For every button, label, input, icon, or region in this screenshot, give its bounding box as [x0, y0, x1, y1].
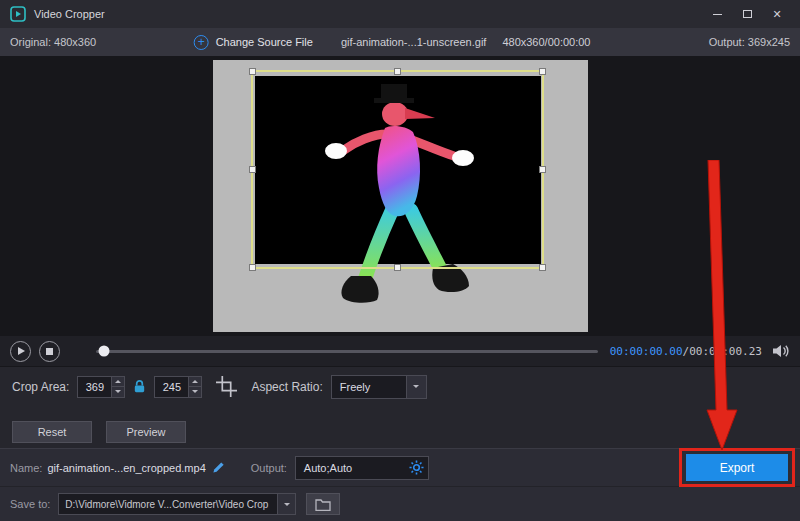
- crop-width-increment-button[interactable]: [112, 377, 124, 387]
- chevron-down-icon: [284, 503, 290, 506]
- crop-height-decrement-button[interactable]: [189, 386, 201, 397]
- timecode: 00:00:00.00/00:00:00.23: [610, 345, 762, 358]
- crop-area-label: Crop Area:: [12, 380, 69, 394]
- titlebar: Video Cropper ✕: [0, 0, 800, 28]
- stop-icon: [46, 348, 53, 355]
- output-format-field[interactable]: Auto;Auto: [295, 456, 429, 480]
- pencil-icon: [212, 461, 225, 474]
- browse-folder-button[interactable]: [306, 493, 340, 515]
- plus-icon: +: [194, 35, 209, 50]
- lock-icon: [132, 379, 147, 394]
- spin-up-icon: [192, 380, 198, 383]
- crop-height-input[interactable]: 245: [154, 376, 202, 398]
- aspect-ratio-dropdown-button[interactable]: [406, 376, 426, 398]
- player-controls: 00:00:00.00/00:00:00.23: [0, 336, 800, 366]
- crop-icon: [216, 376, 237, 397]
- save-location-bar: Save to: D:\Vidmore\Vidmore V...Converte…: [0, 486, 800, 521]
- crop-height-value[interactable]: 245: [155, 377, 188, 397]
- output-format-label: Output:: [251, 462, 287, 474]
- output-settings-button[interactable]: [406, 460, 428, 475]
- maximize-button[interactable]: [734, 4, 760, 24]
- minimize-icon: [713, 14, 722, 15]
- close-button[interactable]: ✕: [764, 4, 790, 24]
- aspect-ratio-value: Freely: [332, 381, 406, 393]
- save-path-dropdown-button[interactable]: [277, 494, 295, 514]
- window-controls: ✕: [704, 4, 790, 24]
- play-button[interactable]: [10, 341, 31, 362]
- export-button[interactable]: Export: [686, 454, 788, 481]
- crop-height-increment-button[interactable]: [189, 377, 201, 387]
- name-label: Name:: [10, 462, 42, 474]
- crop-handle-bottom-left[interactable]: [249, 264, 256, 271]
- video-frame: [213, 60, 588, 332]
- output-file-name: gif-animation-...en_cropped.mp4: [47, 462, 205, 474]
- maximize-icon: [743, 10, 752, 18]
- crop-height-spinner: [188, 377, 201, 397]
- play-icon: [18, 347, 25, 355]
- output-size-label: Output: 369x245: [709, 36, 790, 48]
- preview-stage: [0, 56, 800, 336]
- crop-tool-button[interactable]: [216, 376, 237, 397]
- crop-settings-row: Crop Area: 369 245: [0, 366, 800, 406]
- crop-handle-top-left[interactable]: [249, 68, 256, 75]
- crop-handle-top-right[interactable]: [539, 68, 546, 75]
- crop-width-decrement-button[interactable]: [112, 386, 124, 397]
- preview-button[interactable]: Preview: [106, 421, 186, 443]
- spin-down-icon: [115, 390, 121, 393]
- minimize-button[interactable]: [704, 4, 730, 24]
- source-file-name: gif-animation-...1-unscreen.gif: [341, 36, 487, 48]
- aspect-ratio-select[interactable]: Freely: [331, 375, 427, 399]
- action-row: Reset Preview: [0, 406, 800, 448]
- crop-handle-top-middle[interactable]: [394, 68, 401, 75]
- chevron-down-icon: [413, 385, 419, 388]
- save-to-label: Save to:: [10, 498, 50, 510]
- reset-button[interactable]: Reset: [12, 421, 92, 443]
- crop-handle-bottom-middle[interactable]: [394, 264, 401, 271]
- stop-button[interactable]: [39, 341, 60, 362]
- crop-handle-middle-right[interactable]: [539, 166, 546, 173]
- save-path-value: D:\Vidmore\Vidmore V...Converter\Video C…: [59, 499, 277, 510]
- crop-width-spinner: [111, 377, 124, 397]
- timecode-total: /00:00:00.23: [683, 345, 762, 358]
- timeline-slider[interactable]: [96, 350, 598, 353]
- crop-width-input[interactable]: 369: [77, 376, 125, 398]
- speaker-icon: [772, 343, 790, 359]
- change-source-button[interactable]: Change Source File: [216, 36, 313, 48]
- spin-down-icon: [192, 390, 198, 393]
- output-settings-bar: Name: gif-animation-...en_cropped.mp4 Ou…: [0, 448, 800, 486]
- toolbar: Original: 480x360 + Change Source File g…: [0, 28, 800, 56]
- timeline-thumb[interactable]: [98, 346, 109, 357]
- rename-button[interactable]: [212, 461, 225, 474]
- toolbar-center: + Change Source File gif-animation-...1-…: [194, 28, 591, 56]
- original-size-label: Original: 480x360: [10, 36, 96, 48]
- window-title: Video Cropper: [34, 8, 105, 20]
- crop-width-value[interactable]: 369: [78, 377, 111, 397]
- save-path-select[interactable]: D:\Vidmore\Vidmore V...Converter\Video C…: [58, 493, 296, 515]
- output-format-value: Auto;Auto: [296, 462, 406, 474]
- folder-icon: [315, 498, 331, 511]
- aspect-lock-button[interactable]: [132, 379, 147, 394]
- video-cropper-window: Video Cropper ✕ Original: 480x360 + Chan…: [0, 0, 800, 521]
- spin-up-icon: [115, 380, 121, 383]
- gear-icon: [409, 460, 424, 475]
- aspect-ratio-label: Aspect Ratio:: [251, 380, 322, 394]
- export-area: Export: [686, 454, 788, 481]
- source-file-meta: 480x360/00:00:00: [502, 36, 590, 48]
- crop-selection-box[interactable]: [251, 70, 544, 269]
- crop-handle-middle-left[interactable]: [249, 166, 256, 173]
- app-logo-icon: [10, 6, 26, 22]
- crop-handle-bottom-right[interactable]: [539, 264, 546, 271]
- volume-button[interactable]: [772, 343, 790, 359]
- timecode-current: 00:00:00.00: [610, 345, 683, 358]
